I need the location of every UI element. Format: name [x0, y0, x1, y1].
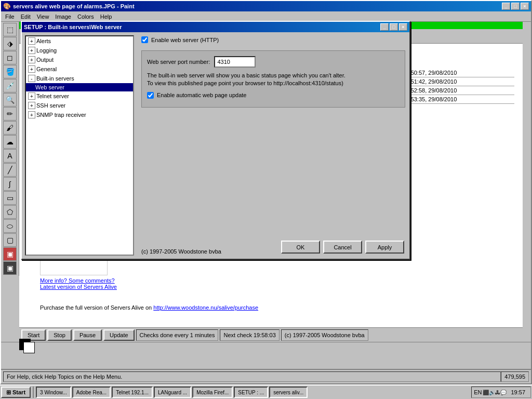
- color-tool-2[interactable]: ▣: [3, 261, 17, 275]
- color-tool-1[interactable]: ▣: [3, 247, 17, 261]
- polygon-tool[interactable]: ⬠: [3, 205, 17, 219]
- purchase-url[interactable]: http://www.woodstone.nu/salive/purchase: [153, 304, 258, 311]
- enable-webserver-checkbox[interactable]: [141, 36, 148, 43]
- tree-label-general: General: [36, 66, 57, 72]
- taskbar-btn-1[interactable]: Adobe Rea...: [72, 387, 111, 398]
- update-button[interactable]: Update: [103, 329, 134, 341]
- latest-version-link[interactable]: Latest version of Servers Alive: [40, 284, 117, 290]
- purchase-text: Purchase the full version of Servers Ali…: [40, 304, 153, 311]
- taskbar-tray: EN ⬛🔊🖧💬 19:57: [471, 387, 531, 398]
- paint-win-controls: _ □ ×: [502, 3, 529, 10]
- background-color[interactable]: [23, 342, 35, 353]
- info-line-2: To view this published page point your b…: [147, 79, 400, 87]
- ellipse-tool[interactable]: ⬭: [3, 219, 17, 233]
- start-icon: ⊞: [6, 389, 11, 396]
- tree-expand-output[interactable]: +: [28, 56, 35, 63]
- tree-item-alerts[interactable]: + Alerts: [26, 36, 133, 46]
- taskbar-clock: 19:57: [508, 389, 528, 395]
- taskbar-btn-5[interactable]: SETUP : ...: [234, 387, 268, 398]
- tree-expand-alerts[interactable]: +: [28, 37, 35, 45]
- tree-expand-general[interactable]: +: [28, 65, 35, 73]
- rect-tool[interactable]: ▭: [3, 191, 17, 205]
- dialog-title: SETUP : Built-in servers\Web server: [24, 24, 380, 30]
- paint-toolbar: ⬚ ⬗ ◻ 🪣 💉 🔍 ✏ 🖌 ☁ A ╱ ∫ ▭ ⬠ ⬭ ▢ ▣ ▣: [1, 22, 19, 276]
- fill-tool[interactable]: 🪣: [3, 65, 17, 78]
- copyright-info: (c) 1997-2005 Woodstone bvba: [281, 329, 368, 341]
- checks-info: Checks done every 1 minutes: [136, 329, 219, 341]
- tree-label-builtin: Built-in servers: [36, 75, 74, 82]
- port-settings-group: Web server port number: The built-in web…: [141, 50, 405, 108]
- tree-item-telnet[interactable]: + Telnet server: [26, 91, 133, 101]
- paint-statusbar: For Help, click Help Topics on the Help …: [1, 369, 531, 383]
- paint-close-btn[interactable]: ×: [521, 3, 529, 10]
- paint-menu-file[interactable]: File: [2, 12, 18, 21]
- ok-button[interactable]: OK: [281, 241, 320, 254]
- paint-menu-edit[interactable]: Edit: [18, 12, 34, 21]
- pencil-tool[interactable]: ✏: [3, 107, 17, 121]
- brush-tool[interactable]: 🖌: [3, 121, 17, 135]
- roundrect-tool[interactable]: ▢: [3, 233, 17, 247]
- freeselect-tool[interactable]: ⬗: [3, 37, 17, 50]
- taskbar-btn-3[interactable]: LANguard ...: [154, 387, 191, 398]
- tray-lang: EN: [474, 389, 482, 395]
- tree-panel: + Alerts + Logging + Output + General - …: [25, 35, 134, 256]
- tree-item-snmp[interactable]: + SNMP trap receiver: [26, 110, 133, 119]
- apply-button[interactable]: Apply: [365, 241, 404, 254]
- airbrush-tool[interactable]: ☁: [3, 135, 17, 149]
- taskbar-btn-4[interactable]: Mozilla Firef...: [192, 387, 233, 398]
- taskbar-btn-6[interactable]: servers aliv...: [269, 387, 308, 398]
- dialog-win-controls: _ □ ×: [380, 23, 407, 31]
- paint-menu-help[interactable]: Help: [97, 12, 115, 21]
- paint-menu-view[interactable]: View: [34, 12, 52, 21]
- dialog-minimize-btn[interactable]: _: [380, 23, 389, 31]
- dialog-maximize-btn[interactable]: □: [390, 23, 398, 31]
- scrollbar[interactable]: [523, 29, 531, 342]
- auto-update-row: Enable automatic web page update: [147, 92, 400, 99]
- eyedrop-tool[interactable]: 💉: [3, 79, 17, 92]
- tree-expand-snmp[interactable]: +: [28, 111, 35, 118]
- tree-expand-telnet[interactable]: +: [28, 92, 35, 100]
- taskbar-btn-0[interactable]: 3 Window...: [36, 387, 71, 398]
- enable-webserver-label: Enable web server (HTTP): [151, 37, 219, 43]
- pause-button[interactable]: Pause: [73, 329, 102, 341]
- curve-tool[interactable]: ∫: [3, 177, 17, 191]
- paint-bottom-bar: [1, 342, 531, 369]
- tree-item-output[interactable]: + Output: [26, 55, 133, 64]
- paint-minimize-btn[interactable]: _: [502, 3, 510, 10]
- select-tool[interactable]: ⬚: [3, 23, 17, 36]
- zoom-tool[interactable]: 🔍: [3, 93, 17, 107]
- tree-expand-builtin[interactable]: -: [28, 75, 35, 82]
- tree-label-webserver: Web server: [35, 84, 64, 90]
- cancel-button[interactable]: Cancel: [323, 241, 362, 254]
- tree-item-web-server[interactable]: Web server: [26, 83, 133, 91]
- tree-label-ssh: SSH server: [36, 102, 65, 109]
- taskbar-divider: [33, 387, 34, 398]
- paint-status-text: For Help, click Help Topics on the Help …: [3, 371, 501, 382]
- paint-maximize-btn[interactable]: □: [511, 3, 520, 10]
- paint-menu-image[interactable]: Image: [52, 12, 74, 21]
- paint-title: servers alive web page of alarms.JPG - P…: [13, 3, 502, 9]
- eraser-tool[interactable]: ◻: [3, 51, 17, 64]
- tree-label-snmp: SNMP trap receiver: [36, 112, 86, 118]
- next-check-info: Next check 19:58:03: [220, 329, 279, 341]
- tree-item-builtin-servers[interactable]: - Built-in servers: [26, 74, 133, 83]
- port-number-input[interactable]: [214, 56, 256, 68]
- tree-expand-logging[interactable]: +: [28, 47, 35, 54]
- line-tool[interactable]: ╱: [3, 163, 17, 177]
- color-palette: [19, 339, 35, 353]
- start-button-taskbar[interactable]: ⊞ Start: [1, 387, 31, 398]
- tree-expand-ssh[interactable]: +: [28, 102, 35, 109]
- stop-button[interactable]: Stop: [47, 329, 72, 341]
- tree-item-logging[interactable]: + Logging: [26, 46, 133, 55]
- start-label: Start: [12, 389, 25, 395]
- text-tool[interactable]: A: [3, 149, 17, 163]
- tree-item-ssh[interactable]: + SSH server: [26, 101, 133, 110]
- paint-menu-colors[interactable]: Colors: [74, 12, 97, 21]
- content-panel: Enable web server (HTTP) Web server port…: [137, 32, 409, 259]
- auto-update-checkbox[interactable]: [147, 92, 154, 99]
- tree-item-general[interactable]: + General: [26, 64, 133, 74]
- paint-titlebar: 🎨 servers alive web page of alarms.JPG -…: [1, 1, 531, 11]
- taskbar-btn-2[interactable]: Telnet 192.1...: [112, 387, 153, 398]
- more-info-link[interactable]: More info? Some comments?: [40, 277, 115, 284]
- dialog-close-btn[interactable]: ×: [399, 23, 407, 31]
